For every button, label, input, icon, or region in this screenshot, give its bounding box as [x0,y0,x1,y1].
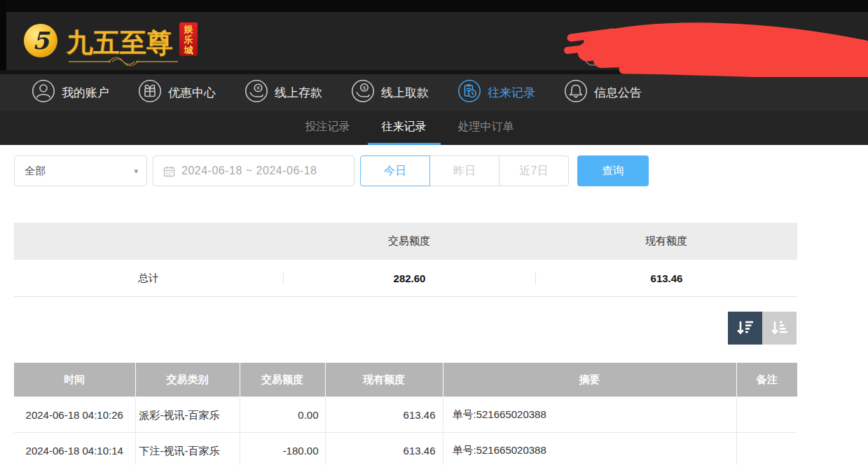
sort-toolbar [728,312,797,345]
cell-summary: 单号:521665020388 [443,433,736,465]
nav-label: 我的账户 [62,85,109,101]
account-avatar-icon[interactable] [584,47,602,66]
records-table: 时间 交易类别 交易额度 现有额度 摘要 备注 2024-06-18 04:10… [14,363,797,465]
search-button[interactable]: 查询 [577,155,649,186]
top-black-strip [0,0,868,12]
logo-circle-icon: 5 [24,24,57,57]
cell-balance: 613.46 [325,433,443,465]
table-row: 2024-06-18 04:10:14 下注-视讯-百家乐 -180.00 61… [14,433,797,465]
sort-ascending-icon [770,318,789,339]
svg-text:¥: ¥ [256,85,260,91]
range-last7days-button[interactable]: 近7日 [499,155,569,186]
cell-time: 2024-06-18 04:10:26 [14,397,135,433]
withdraw-icon: $ [351,79,375,106]
nav-item-announcements[interactable]: 信息公告 [564,79,642,106]
col-amount: 交易额度 [240,363,325,397]
nav-label: 线上存款 [275,85,322,101]
records-table-header: 时间 交易类别 交易额度 现有额度 摘要 备注 [14,363,797,397]
col-type: 交易类别 [135,363,240,397]
col-balance: 现有额度 [325,363,443,397]
summary-table: 交易额度 现有额度 总计 282.60 613.46 [14,223,797,297]
nav-item-withdraw[interactable]: $ 线上取款 [351,79,429,106]
type-select[interactable]: 全部 ▾ [14,155,147,186]
summary-header-balance: 现有额度 [535,235,797,248]
nav-label: 优惠中心 [168,85,216,101]
table-row: 2024-06-18 04:10:26 派彩-视讯-百家乐 0.00 613.4… [14,397,797,433]
date-range-picker[interactable]: 2024-06-18 ~ 2024-06-18 [153,155,354,186]
chevron-down-icon: ▾ [134,167,138,176]
deposit-icon: ¥ [244,79,268,106]
gift-icon [138,79,162,106]
entertainment-city-badge: 娱 乐 城 [179,22,198,56]
type-select-value: 全部 [25,165,46,178]
nav-item-promotions[interactable]: 优惠中心 [138,79,216,106]
col-summary: 摘要 [443,363,736,397]
records-icon [457,79,481,106]
sort-descending-icon [736,318,755,339]
sort-descending-button[interactable] [728,312,762,345]
summary-total-label: 总计 [14,272,283,285]
site-header: 5 九五至尊 娱 乐 城 [0,12,868,70]
logo-flourish-icon [67,55,179,68]
nav-item-transaction-records[interactable]: 往来记录 [457,79,535,106]
cell-summary: 单号:521665020388 [443,397,736,433]
sub-nav: 投注记录 往来记录 处理中订单 [0,111,868,145]
summary-balance: 613.46 [535,272,797,284]
cell-balance: 613.46 [325,397,443,433]
cell-time: 2024-06-18 04:10:14 [14,433,135,465]
tab-processing-orders[interactable]: 处理中订单 [444,111,528,145]
quick-range-group: 今日 昨日 近7日 [360,155,569,186]
filter-bar: 全部 ▾ 2024-06-18 ~ 2024-06-18 今日 昨日 近7日 查… [14,155,649,186]
sort-ascending-button[interactable] [762,312,797,345]
cell-amount: 0.00 [240,397,325,433]
tab-betting-records[interactable]: 投注记录 [291,111,364,145]
calendar-icon [163,165,175,177]
user-icon [32,79,55,106]
cell-type: 派彩-视讯-百家乐 [135,397,240,433]
cell-type: 下注-视讯-百家乐 [135,433,240,465]
left-black-edge [0,0,6,70]
bell-icon [564,79,588,106]
site-logo[interactable]: 5 九五至尊 娱 乐 城 [24,12,206,70]
summary-total-row: 总计 282.60 613.46 [14,260,797,297]
nav-label: 信息公告 [594,85,642,101]
cell-amount: -180.00 [240,433,325,465]
summary-trade-amount: 282.60 [283,272,535,284]
main-nav: 我的账户 优惠中心 ¥ 线上存款 [0,74,868,111]
nav-item-deposit[interactable]: ¥ 线上存款 [244,79,322,106]
tab-transaction-records[interactable]: 往来记录 [368,111,441,145]
summary-header-trade-amount: 交易额度 [283,235,535,248]
svg-text:$: $ [363,85,366,91]
col-time: 时间 [14,363,135,397]
nav-label: 往来记录 [488,85,535,101]
range-yesterday-button[interactable]: 昨日 [429,155,500,186]
date-range-value: 2024-06-18 ~ 2024-06-18 [181,165,317,177]
summary-header-row: 交易额度 现有额度 [14,223,797,260]
nav-item-my-account[interactable]: 我的账户 [32,79,109,106]
cell-note [736,397,797,433]
transaction-records-page: 5 九五至尊 娱 乐 城 [0,0,868,465]
cell-note [736,433,797,465]
range-today-button[interactable]: 今日 [360,155,430,186]
nav-label: 线上取款 [381,85,429,101]
col-note: 备注 [736,363,797,397]
